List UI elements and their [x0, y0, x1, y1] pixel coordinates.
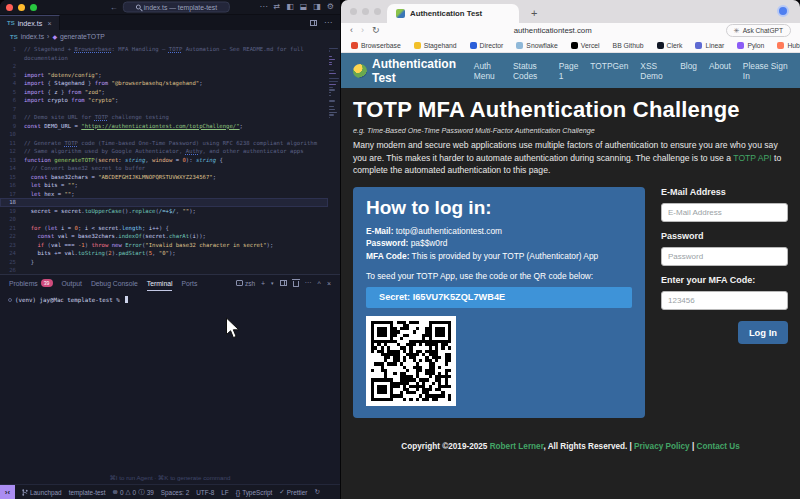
- formatter-item[interactable]: ✓ Prettier: [279, 488, 307, 496]
- close-window-button[interactable]: [350, 8, 357, 15]
- close-panel-icon[interactable]: ×: [327, 280, 331, 287]
- diagnostics-item[interactable]: ⊗0 △0 ⓘ39: [113, 488, 154, 497]
- more-icon[interactable]: ⋯: [259, 3, 267, 11]
- code-line[interactable]: 14 // Convert base32 secret to buffer: [0, 164, 328, 173]
- contact-us-link[interactable]: Contact Us: [696, 442, 739, 451]
- code-line[interactable]: 1// Stagehand + Browserbase: MFA Handlin…: [0, 45, 328, 54]
- maximize-panel-icon[interactable]: ^: [318, 280, 321, 287]
- privacy-policy-link[interactable]: Privacy Policy: [634, 442, 690, 451]
- project-name-item[interactable]: template-test: [69, 489, 106, 496]
- bookmark-vercel[interactable]: Vercel: [571, 42, 600, 49]
- bookmark-bb-github[interactable]: BB Github: [613, 42, 644, 49]
- bookmark-hubspot[interactable]: HubSpot: [777, 42, 800, 49]
- tab-index-ts[interactable]: TS index.ts ×: [0, 15, 60, 30]
- code-line[interactable]: 25 }: [0, 258, 328, 267]
- profile-avatar[interactable]: [777, 5, 789, 17]
- bookmark-browserbase[interactable]: Browserbase: [351, 42, 401, 49]
- code-line[interactable]: 12// Same algorithm used by Google Authe…: [0, 147, 328, 156]
- browser-tab[interactable]: Authentication Test: [387, 4, 519, 23]
- code-line[interactable]: 10: [0, 130, 328, 139]
- nav-link-xss-demo[interactable]: XSS Demo: [640, 61, 668, 81]
- split-editor-icon[interactable]: [310, 20, 317, 26]
- nav-link-about[interactable]: About: [709, 61, 731, 81]
- panel-more-icon[interactable]: ⋯: [305, 279, 312, 287]
- code-line[interactable]: 4import { Stagehand } from "@browserbase…: [0, 79, 328, 88]
- git-branch-item[interactable]: Launchpad: [22, 489, 62, 496]
- code-line[interactable]: 2: [0, 62, 328, 71]
- author-link[interactable]: Robert Lerner: [490, 442, 544, 451]
- code-line[interactable]: 7: [0, 105, 328, 114]
- breadcrumb-file[interactable]: index.ts: [21, 33, 44, 40]
- code-line[interactable]: 8// Demo site URL for TOTP challenge tes…: [0, 113, 328, 122]
- panel-tab-ports[interactable]: Ports: [181, 275, 197, 291]
- bookmark-clerk[interactable]: Clerk: [657, 42, 683, 49]
- nav-link-status-codes[interactable]: Status Codes: [513, 61, 547, 81]
- code-line[interactable]: 6import crypto from "crypto";: [0, 96, 328, 105]
- shell-selector[interactable]: › zsh: [236, 280, 255, 287]
- close-window-button[interactable]: [6, 4, 13, 11]
- bookmark-snowflake[interactable]: Snowflake: [516, 42, 557, 49]
- site-brand[interactable]: Authentication Test: [353, 57, 462, 85]
- code-line[interactable]: 9const DEMO_URL = "https://authenticatio…: [0, 122, 328, 131]
- nav-link-totpgen[interactable]: TOTPGen: [590, 61, 628, 81]
- ask-chatgpt-button[interactable]: ✳ Ask ChatGPT: [726, 24, 791, 37]
- new-terminal-icon[interactable]: +: [261, 280, 265, 287]
- code-line[interactable]: 13function generateTOTP(secret: string, …: [0, 156, 328, 165]
- code-line[interactable]: 15 const base32chars = "ABCDEFGHIJKLMNOP…: [0, 173, 328, 182]
- code-line[interactable]: 16 let bits = "";: [0, 181, 328, 190]
- forward-icon[interactable]: ›: [361, 26, 364, 35]
- zoom-window-button[interactable]: [374, 8, 381, 15]
- bookmark-pylon[interactable]: Pylon: [737, 42, 764, 49]
- breadcrumb-symbol[interactable]: generateTOTP: [60, 33, 105, 40]
- code-line[interactable]: 22 const val = base32chars.indexOf(secre…: [0, 232, 328, 241]
- mfa-code-input[interactable]: [661, 291, 788, 310]
- code-editor[interactable]: 1// Stagehand + Browserbase: MFA Handlin…: [0, 43, 340, 274]
- code-line[interactable]: 3import "dotenv/config";: [0, 71, 328, 80]
- reload-icon[interactable]: ↻: [372, 26, 380, 35]
- bookmark-stagehand[interactable]: Stagehand: [414, 42, 457, 49]
- code-line[interactable]: 18: [0, 198, 328, 207]
- panel-tab-problems[interactable]: Problems39: [9, 275, 53, 291]
- back-icon[interactable]: ←: [110, 3, 118, 11]
- terminal-dropdown-icon[interactable]: ▾: [271, 280, 274, 286]
- tab-close-icon[interactable]: ×: [47, 20, 51, 27]
- code-line[interactable]: 17 let hex = "";: [0, 190, 328, 199]
- nav-link-auth-menu[interactable]: Auth Menu: [474, 61, 501, 81]
- email-input[interactable]: [661, 203, 788, 222]
- new-tab-button[interactable]: +: [531, 7, 537, 23]
- split-terminal-icon[interactable]: [280, 280, 287, 286]
- sync-arrows-icon[interactable]: ⇄: [273, 3, 280, 11]
- minimize-window-button[interactable]: [18, 4, 25, 11]
- panel-tab-terminal[interactable]: Terminal: [147, 275, 173, 291]
- code-line[interactable]: 5import { z } from "zod";: [0, 88, 328, 97]
- totp-api-link[interactable]: TOTP API: [733, 153, 771, 163]
- code-line[interactable]: 20: [0, 215, 328, 224]
- code-line[interactable]: 19 secret = secret.toUpperCase().replace…: [0, 207, 328, 216]
- eol-item[interactable]: LF: [221, 489, 228, 496]
- layout-secondary-icon[interactable]: ◨: [313, 3, 321, 11]
- nav-link-page-1[interactable]: Page 1: [559, 61, 579, 81]
- editor-more-icon[interactable]: ⋯: [324, 18, 332, 27]
- remote-indicator-icon[interactable]: ›‹: [0, 485, 15, 499]
- encoding-item[interactable]: UTF-8: [196, 489, 214, 496]
- layout-sidebar-icon[interactable]: ◧: [286, 3, 294, 11]
- log-in-button[interactable]: Log In: [738, 321, 788, 344]
- panel-tab-output[interactable]: Output: [62, 275, 82, 291]
- code-line[interactable]: 24 bits += val.toString(2).padStart(5, "…: [0, 249, 328, 258]
- indentation-item[interactable]: Spaces: 2: [161, 489, 189, 496]
- language-mode-item[interactable]: {} TypeScript: [236, 489, 273, 496]
- kill-terminal-icon[interactable]: [293, 281, 299, 287]
- terminal[interactable]: (venv) jay@Mac template-test %: [0, 291, 340, 308]
- minimize-window-button[interactable]: [362, 8, 369, 15]
- minimap[interactable]: [328, 43, 340, 274]
- breadcrumb[interactable]: TS index.ts › ◆ generateTOTP: [0, 30, 340, 43]
- code-line[interactable]: 21 for (let i = 0; i < secret.length; i+…: [0, 224, 328, 233]
- nav-link-blog[interactable]: Blog: [680, 61, 697, 81]
- code-line[interactable]: 26: [0, 266, 328, 274]
- zoom-window-button[interactable]: [30, 4, 37, 11]
- sign-in-link[interactable]: Please Sign In: [743, 61, 788, 81]
- address-bar[interactable]: authenticationtest.com: [388, 26, 718, 35]
- command-center-pill[interactable]: index.ts — template-test: [123, 2, 230, 13]
- code-line[interactable]: documentation: [0, 54, 328, 63]
- bookmark-linear[interactable]: Linear: [695, 42, 724, 49]
